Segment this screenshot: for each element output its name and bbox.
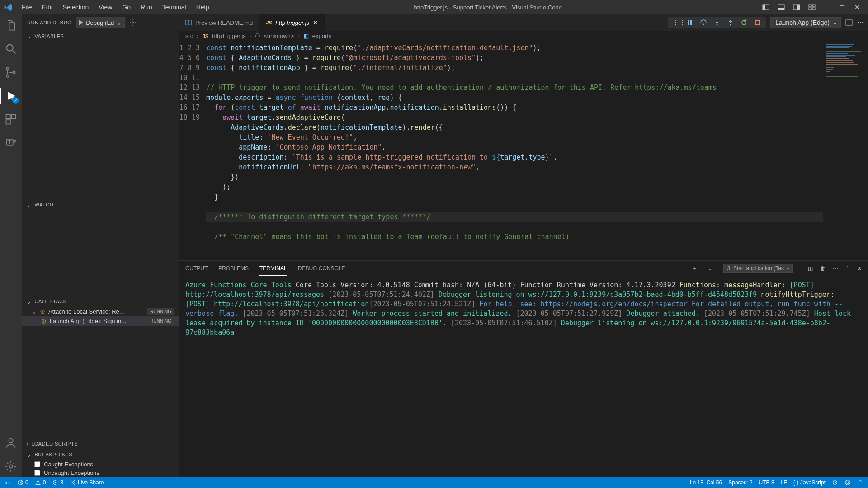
menu-go[interactable]: Go [118,2,135,13]
layout-right-icon[interactable] [793,4,800,11]
tab-httptrigger[interactable]: JS httpTrigger.js ✕ [259,14,325,31]
menu-file[interactable]: File [17,2,37,13]
tab-preview-readme[interactable]: Preview README.md [179,14,259,31]
svg-rect-33 [688,20,689,25]
teams-icon[interactable]: T [5,136,17,149]
menu-terminal[interactable]: Terminal [158,2,191,13]
bug-icon [41,318,47,324]
restart-icon[interactable] [741,19,748,26]
svg-point-37 [730,24,731,26]
maximize-panel-icon[interactable]: ⌃ [845,265,850,272]
chevron-down-icon: ⌄ [26,452,32,457]
step-out-icon[interactable] [727,19,734,26]
warnings-count[interactable]: 0 [35,479,46,486]
language-mode[interactable]: { } JavaScript [793,479,826,486]
breadcrumb[interactable]: src› JS httpTrigger.js› ⎔<unknown>› ◧exp… [179,31,868,41]
feedback-icon[interactable] [844,479,851,486]
new-terminal-icon[interactable]: ＋ [692,265,697,272]
run-and-debug-title: RUN AND DEBUG [27,20,71,25]
panel-tab-output[interactable]: OUTPUT [185,262,208,275]
code-editor[interactable]: 1 2 3 4 5 6 7 8 9 10 11 12 13 14 15 16 1… [179,41,868,260]
close-tab-icon[interactable]: ✕ [313,19,318,26]
pause-icon[interactable] [686,19,693,26]
maximize-icon[interactable]: ▢ [839,4,846,11]
minimize-icon[interactable]: — [824,4,831,11]
panel-tab-problems[interactable]: PROBLEMS [218,262,249,275]
breakpoint-item[interactable]: Uncaught Exceptions [22,469,179,477]
minimap[interactable] [823,41,868,260]
settings-icon[interactable] [5,460,17,473]
callstack-section[interactable]: ⌄CALL STACK [22,296,179,307]
more-icon[interactable]: ⋯ [141,19,147,26]
svg-rect-5 [797,5,800,10]
debug-config-select[interactable]: Debug (Ed ⌄ [76,17,125,28]
prettier-icon[interactable] [832,479,838,486]
notifications-icon[interactable] [857,479,863,486]
source-control-icon[interactable] [5,66,17,79]
checkbox[interactable] [34,470,40,476]
step-into-icon[interactable] [713,19,721,26]
debug-target-select[interactable]: Launch App (Edge) [770,17,841,28]
loaded-scripts-section[interactable]: ›LOADED SCRIPTS [22,438,179,449]
svg-rect-17 [11,115,15,119]
chevron-down-icon: ⌄ [117,19,122,26]
split-terminal-icon[interactable]: ◫ [808,265,813,272]
svg-rect-3 [778,8,784,10]
svg-rect-38 [755,20,760,25]
split-editor-icon[interactable] [845,19,853,26]
terminal-output[interactable]: Azure Functions Core Tools Core Tools Ve… [179,276,868,477]
trash-icon[interactable]: 🗑 [820,265,826,272]
svg-rect-1 [763,5,765,10]
svg-point-48 [74,483,75,485]
layout-grid-icon[interactable] [808,4,816,11]
drag-handle-icon[interactable]: ⋮⋮ [673,19,680,26]
close-panel-icon[interactable]: ✕ [857,265,862,272]
svg-point-23 [9,465,13,468]
menu-view[interactable]: View [94,2,117,13]
encoding[interactable]: UTF-8 [759,479,774,486]
debug-controls: ⋮⋮ [668,17,766,28]
menu-selection[interactable]: Selection [58,2,94,13]
ports-count[interactable]: 3 [52,479,63,486]
step-over-icon[interactable] [700,19,707,26]
panel-tab-debugconsole[interactable]: DEBUG CONSOLE [298,262,345,275]
svg-point-45 [55,482,56,483]
search-icon[interactable] [5,42,17,55]
explorer-icon[interactable] [5,19,17,32]
eol[interactable]: LF [781,479,787,486]
checkbox[interactable] [34,461,40,467]
callstack-item[interactable]: Launch App (Edge): Sign in ... RUNNING [22,316,179,326]
svg-line-11 [13,51,16,54]
variables-section[interactable]: ⌄VARIABLES [22,31,179,42]
svg-point-36 [717,24,718,26]
chevron-down-icon[interactable]: ⌄ [708,265,712,272]
chevron-down-icon: ⌄ [26,202,32,207]
breakpoint-item[interactable]: Caught Exceptions [22,460,179,469]
live-share[interactable]: Live Share [70,479,104,486]
menu-edit[interactable]: Edit [38,2,57,13]
terminal-task-select[interactable]: 3: Start application (Tas [723,264,793,273]
gear-icon[interactable] [129,19,137,26]
svg-point-52 [845,480,850,485]
cursor-position[interactable]: Ln 18, Col 56 [690,479,722,486]
breakpoints-section[interactable]: ⌄BREAKPOINTS [22,449,179,460]
play-icon[interactable] [79,20,83,25]
remote-indicator[interactable] [5,479,11,486]
indent-info[interactable]: Spaces: 2 [728,479,752,486]
menu-help[interactable]: Help [192,2,214,13]
panel-tab-terminal[interactable]: TERMINAL [259,262,287,276]
preview-icon [185,19,192,26]
layout-bottom-icon[interactable] [778,4,785,11]
layout-left-icon[interactable] [762,4,769,11]
account-icon[interactable] [5,436,17,449]
more-icon[interactable]: ⋯ [833,265,838,272]
extensions-icon[interactable] [5,113,17,126]
stop-icon[interactable] [754,19,761,26]
menu-run[interactable]: Run [136,2,157,13]
errors-count[interactable]: 0 [17,479,28,486]
more-icon[interactable]: ⋯ [857,19,863,26]
watch-section[interactable]: ⌄WATCH [22,199,179,210]
run-debug-icon[interactable]: 2 [5,89,17,102]
callstack-item[interactable]: ⌄ Attach to Local Service: Re... RUNNING [22,307,179,316]
close-icon[interactable]: ✕ [854,4,862,11]
